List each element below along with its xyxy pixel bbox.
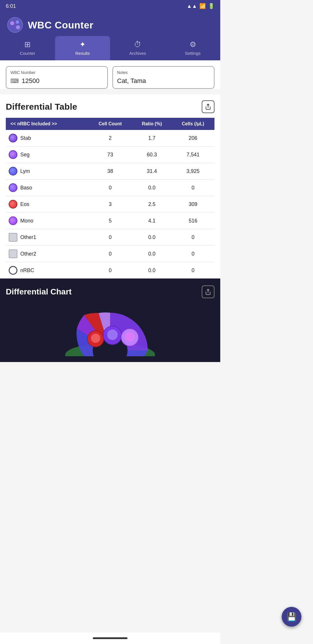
differential-table: << nRBC Included >> Cell Count Ratio (%)… <box>6 118 214 278</box>
chart-header: Differential Chart <box>6 285 214 298</box>
col-ratio: Ratio (%) <box>132 118 172 130</box>
cell-name-text: nRBC <box>20 267 34 274</box>
svg-point-2 <box>16 20 19 24</box>
cell-ratio-col: 2.5 <box>132 196 172 213</box>
diff-table-header: Differential Table <box>6 100 214 113</box>
table-header: << nRBC Included >> Cell Count Ratio (%)… <box>6 118 214 130</box>
cell-count-col: 0 <box>88 229 132 246</box>
share-table-button[interactable] <box>202 100 214 113</box>
cell-cells-col: 0 <box>172 229 214 246</box>
tab-counter[interactable]: ⊞ Counter <box>0 36 55 60</box>
cell-icon-mono <box>9 216 17 225</box>
notes-value-row: Cat, Tama <box>117 77 210 85</box>
cell-ratio-col: 1.7 <box>132 130 172 146</box>
cell-cells-col: 0 <box>172 262 214 279</box>
cell-name-col: Mono <box>6 213 88 229</box>
cell-name-text: Lym <box>20 168 30 174</box>
archives-icon: ⏱ <box>134 40 141 49</box>
settings-icon: ⚙ <box>190 40 196 49</box>
wifi-icon: 📶 <box>199 3 206 9</box>
chart-svg <box>61 301 159 356</box>
cell-name-col: Lym <box>6 163 88 180</box>
cell-name-col: Stab <box>6 130 88 146</box>
table-row: Eos 3 2.5 309 <box>6 196 214 213</box>
cell-name-text: Seg <box>20 152 30 158</box>
cell-cells-col: 309 <box>172 196 214 213</box>
cell-name-col: Other1 <box>6 229 88 246</box>
cell-cells-col: 7,541 <box>172 146 214 163</box>
table-row: Stab 2 1.7 206 <box>6 130 214 146</box>
cell-cells-col: 206 <box>172 130 214 146</box>
svg-point-14 <box>125 332 135 342</box>
notes-field[interactable]: Notes Cat, Tama <box>112 66 214 89</box>
cell-ratio-col: 60.3 <box>132 146 172 163</box>
cell-count-col: 0 <box>88 246 132 262</box>
tab-settings[interactable]: ⚙ Settings <box>165 36 220 60</box>
cell-count-col: 0 <box>88 180 132 196</box>
wbc-number-value: 12500 <box>22 77 39 85</box>
col-cell-count: Cell Count <box>88 118 132 130</box>
input-row: WBC Number ⌨ 12500 Notes Cat, Tama <box>6 66 214 89</box>
differential-chart-section: Differential Chart <box>0 278 220 362</box>
cell-count-col: 5 <box>88 213 132 229</box>
tab-results[interactable]: ✦ Results <box>55 36 110 60</box>
table-row: Other2 0 0.0 0 <box>6 246 214 262</box>
cell-cells-col: 0 <box>172 180 214 196</box>
cell-ratio-col: 31.4 <box>132 163 172 180</box>
counter-tab-label: Counter <box>20 51 35 56</box>
cell-icon-baso <box>9 183 17 192</box>
cell-icon-other1 <box>9 233 17 242</box>
table-row: Baso 0 0.0 0 <box>6 180 214 196</box>
cell-name-col: Eos <box>6 196 88 213</box>
cell-name-text: Other2 <box>20 251 36 257</box>
archives-tab-label: Archives <box>129 51 146 56</box>
svg-point-13 <box>107 330 118 340</box>
status-bar: 6:01 ▲▲ 📶 🔋 <box>0 0 220 12</box>
cell-name-col: nRBC <box>6 262 88 279</box>
cell-icon-stab <box>9 134 17 142</box>
cell-count-col: 0 <box>88 262 132 279</box>
table-row: Mono 5 4.1 516 <box>6 213 214 229</box>
keyboard-icon: ⌨ <box>10 77 19 84</box>
bottom-navigation-bar <box>0 632 220 644</box>
wbc-number-value-row: ⌨ 12500 <box>10 77 103 85</box>
table-row: Seg 73 60.3 7,541 <box>6 146 214 163</box>
cell-count-col: 2 <box>88 130 132 146</box>
cell-name-col: Other2 <box>6 246 88 262</box>
cell-name-text: Stab <box>20 135 31 141</box>
cell-icon-other2 <box>9 249 17 258</box>
settings-tab-label: Settings <box>185 51 201 56</box>
cell-name-col: Seg <box>6 146 88 163</box>
svg-point-1 <box>10 21 14 25</box>
chart-visual <box>6 304 214 356</box>
chart-title: Differential Chart <box>6 287 72 296</box>
cell-name-col: Baso <box>6 180 88 196</box>
table-row: Other1 0 0.0 0 <box>6 229 214 246</box>
signal-icon: ▲▲ <box>187 3 197 9</box>
results-icon: ✦ <box>79 40 86 49</box>
share-chart-button[interactable] <box>202 285 214 298</box>
cell-icon-lym <box>9 167 17 176</box>
notes-value: Cat, Tama <box>117 77 146 85</box>
cell-cells-col: 3,925 <box>172 163 214 180</box>
time-display: 6:01 <box>6 3 16 9</box>
table-row: Lym 38 31.4 3,925 <box>6 163 214 180</box>
cell-cells-col: 516 <box>172 213 214 229</box>
tab-archives[interactable]: ⏱ Archives <box>110 36 165 60</box>
table-row: nRBC 0 0.0 0 <box>6 262 214 279</box>
nav-tabs: ⊞ Counter ✦ Results ⏱ Archives ⚙ Setting… <box>0 36 220 60</box>
differential-table-section: Differential Table << nRBC Included >> C… <box>0 95 220 278</box>
chart-share-icon <box>205 289 211 295</box>
battery-icon: 🔋 <box>208 3 214 9</box>
share-icon <box>205 104 211 110</box>
cell-ratio-col: 0.0 <box>132 229 172 246</box>
table-body: Stab 2 1.7 206 Seg 73 60.3 7,541 Lym <box>6 130 214 278</box>
cell-icon-seg <box>9 150 17 159</box>
wbc-number-field[interactable]: WBC Number ⌨ 12500 <box>6 66 108 89</box>
app-title: WBC Counter <box>28 19 93 31</box>
cell-name-text: Other1 <box>20 234 36 240</box>
main-content: WBC Number ⌨ 12500 Notes Cat, Tama <box>0 60 220 89</box>
cell-icon-eos <box>9 200 17 209</box>
diff-table-title: Differential Table <box>6 102 77 112</box>
table-header-row: << nRBC Included >> Cell Count Ratio (%)… <box>6 118 214 130</box>
